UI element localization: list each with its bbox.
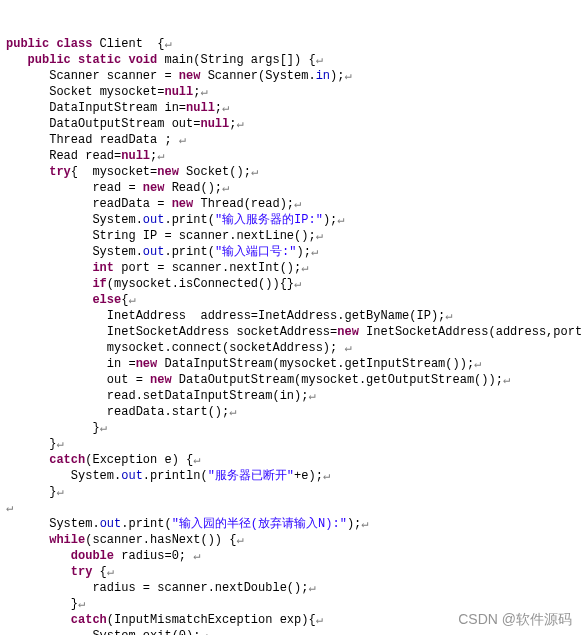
code-line: out = new DataOutputStream(mysocket.getO… [6,373,510,387]
code-line: Socket mysocket=null;↵ [6,85,208,99]
code-line: Read read=null;↵ [6,149,164,163]
code-line: Thread readData ; ↵ [6,133,186,147]
code-block: public class Client {↵ public static voi… [6,36,578,635]
code-line: in =new DataInputStream(mysocket.getInpu… [6,357,481,371]
code-line: catch(Exception e) {↵ [6,453,201,467]
code-line: while(scanner.hasNext()) {↵ [6,533,244,547]
code-line: mysocket.connect(socketAddress); ↵ [6,341,352,355]
code-line: int port = scanner.nextInt();↵ [6,261,309,275]
code-line: radius = scanner.nextDouble();↵ [6,581,316,595]
code-line: }↵ [6,597,85,611]
code-line: InetSocketAddress socketAddress=new Inet… [6,325,584,339]
code-line: InetAddress address=InetAddress.getByNam… [6,309,453,323]
code-line: public static void main(String args[]) {… [6,53,323,67]
code-line: DataOutputStream out=null;↵ [6,117,244,131]
code-line: System.out.print("输入园的半径(放弃请输入N):");↵ [6,517,369,531]
code-line: ↵ [6,501,13,515]
code-line: System.exit(0);↵ [6,629,208,635]
code-line: String IP = scanner.nextLine();↵ [6,229,323,243]
code-line: else{↵ [6,293,136,307]
code-line: }↵ [6,421,107,435]
watermark-text: CSDN @软件源码 [458,611,572,627]
code-line: DataInputStream in=null;↵ [6,101,229,115]
code-line: public class Client {↵ [6,37,172,51]
code-line: }↵ [6,485,64,499]
code-line: read = new Read();↵ [6,181,229,195]
code-line: catch(InputMismatchException exp){↵ [6,613,323,627]
code-line: if(mysocket.isConnected()){}↵ [6,277,301,291]
code-line: try{ mysocket=new Socket();↵ [6,165,258,179]
code-line: try {↵ [6,565,114,579]
code-line: }↵ [6,437,64,451]
code-line: System.out.println("服务器已断开"+e);↵ [6,469,330,483]
code-line: Scanner scanner = new Scanner(System.in)… [6,69,352,83]
code-line: read.setDataInputStream(in);↵ [6,389,316,403]
code-line: System.out.print("输入端口号:");↵ [6,245,318,259]
code-line: System.out.print("输入服务器的IP:");↵ [6,213,345,227]
code-line: readData.start();↵ [6,405,236,419]
code-line: double radius=0; ↵ [6,549,200,563]
code-line: readData = new Thread(read);↵ [6,197,301,211]
